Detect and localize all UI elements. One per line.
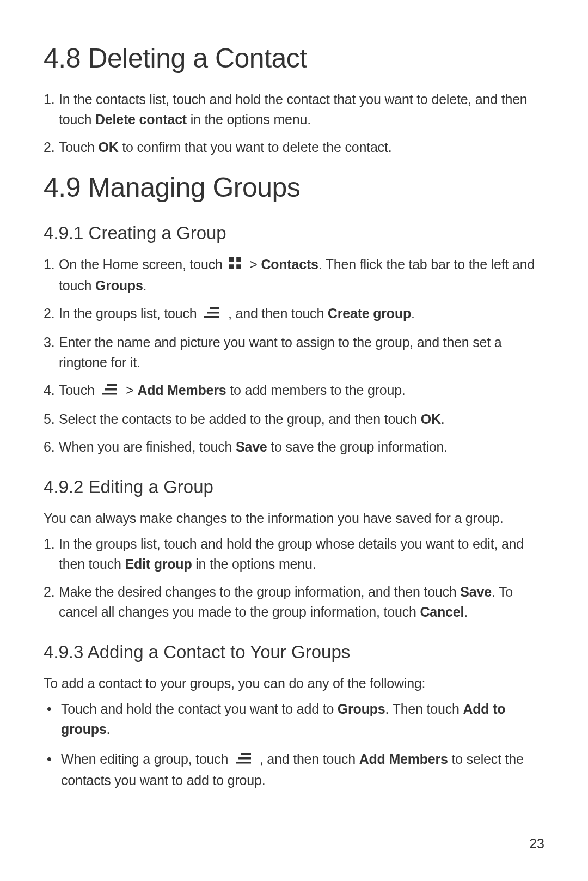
section-heading-4-9: 4.9 Managing Groups <box>44 172 544 203</box>
list-item-body: When editing a group, touch , and then t… <box>61 749 544 791</box>
list-item: 1.In the contacts list, touch and hold t… <box>44 89 544 130</box>
bold-term: Save <box>460 584 492 599</box>
text-run: . <box>441 411 445 427</box>
text-run: . <box>107 721 111 737</box>
list-4-8: 1.In the contacts list, touch and hold t… <box>44 89 544 157</box>
list-number: 1. <box>44 89 54 110</box>
text-run: In the groups list, touch <box>59 306 200 321</box>
bold-term: Add Members <box>137 382 226 398</box>
bold-term: Edit group <box>125 556 192 572</box>
text-run: , and then touch <box>224 306 328 321</box>
text-run: to save the group information. <box>267 439 448 454</box>
text-run: Enter the name and picture you want to a… <box>59 335 502 370</box>
list-number: 2. <box>44 582 54 602</box>
list-number: 1. <box>44 534 54 554</box>
text-run: . <box>464 604 468 619</box>
list-item: 1.On the Home screen, touch > Contacts. … <box>44 254 544 296</box>
list-item-body: Make the desired changes to the group in… <box>59 582 544 622</box>
menu-icon <box>204 303 220 324</box>
intro-4-9-2: You can always make changes to the infor… <box>44 508 544 528</box>
list-item: 5.Select the contacts to be added to the… <box>44 409 544 429</box>
apps-icon <box>229 254 241 275</box>
list-item-body: Touch > Add Members to add members to th… <box>59 380 544 402</box>
bold-term: Contacts <box>261 257 318 272</box>
text-run: , and then touch <box>256 751 359 767</box>
bold-term: Add Members <box>359 751 448 767</box>
list-item: Touch and hold the contact you want to a… <box>44 699 544 739</box>
intro-4-9-3: To add a contact to your groups, you can… <box>44 673 544 694</box>
list-4-9-1: 1.On the Home screen, touch > Contacts. … <box>44 254 544 457</box>
bold-term: OK <box>421 411 441 427</box>
list-number: 5. <box>44 409 54 429</box>
bold-term: Delete contact <box>95 112 187 127</box>
subsection-heading-4-9-1: 4.9.1 Creating a Group <box>44 223 544 244</box>
text-run: On the Home screen, touch <box>59 257 226 272</box>
bullets-4-9-3: Touch and hold the contact you want to a… <box>44 699 544 791</box>
menu-icon <box>101 380 118 400</box>
bold-term: Cancel <box>420 604 464 619</box>
bold-term: Groups <box>95 278 143 293</box>
list-number: 6. <box>44 437 54 457</box>
list-item-body: Touch and hold the contact you want to a… <box>61 699 544 739</box>
text-run: > <box>122 382 137 398</box>
list-item: 4.Touch > Add Members to add members to … <box>44 380 544 402</box>
text-run: Touch <box>59 382 98 398</box>
subsection-heading-4-9-2: 4.9.2 Editing a Group <box>44 477 544 497</box>
list-item-body: Touch OK to confirm that you want to del… <box>59 137 544 157</box>
text-run: to add members to the group. <box>226 382 405 398</box>
bold-term: Save <box>236 439 267 454</box>
list-item-body: In the contacts list, touch and hold the… <box>59 89 544 130</box>
bold-term: OK <box>98 139 118 155</box>
list-item: 2.Touch OK to confirm that you want to d… <box>44 137 544 157</box>
list-item: 2.Make the desired changes to the group … <box>44 582 544 622</box>
section-heading-4-8: 4.8 Deleting a Contact <box>44 42 544 74</box>
text-run: Select the contacts to be added to the g… <box>59 411 421 427</box>
list-number: 3. <box>44 332 54 353</box>
list-number: 1. <box>44 254 54 275</box>
list-number: 2. <box>44 303 54 324</box>
list-number: 2. <box>44 137 54 157</box>
text-run: When editing a group, touch <box>61 751 232 767</box>
text-run: Touch <box>59 139 98 155</box>
text-run: . <box>411 306 415 321</box>
text-run: Touch and hold the contact you want to a… <box>61 701 338 716</box>
text-run: in the options menu. <box>187 112 311 127</box>
list-4-9-2: 1.In the groups list, touch and hold the… <box>44 534 544 622</box>
bold-term: Create group <box>328 306 411 321</box>
bold-term: Groups <box>338 701 385 716</box>
list-item: 1.In the groups list, touch and hold the… <box>44 534 544 574</box>
text-run: to confirm that you want to delete the c… <box>119 139 392 155</box>
list-item-body: On the Home screen, touch > Contacts. Th… <box>59 254 544 296</box>
subsection-heading-4-9-3: 4.9.3 Adding a Contact to Your Groups <box>44 642 544 663</box>
page-number: 23 <box>529 836 544 852</box>
list-item-body: In the groups list, touch , and then tou… <box>59 303 544 325</box>
list-item: 2.In the groups list, touch , and then t… <box>44 303 544 325</box>
text-run: When you are finished, touch <box>59 439 236 454</box>
text-run: Make the desired changes to the group in… <box>59 584 460 599</box>
list-item: 6.When you are finished, touch Save to s… <box>44 437 544 457</box>
menu-icon <box>235 749 252 769</box>
list-item-body: When you are finished, touch Save to sav… <box>59 437 544 457</box>
list-item: 3.Enter the name and picture you want to… <box>44 332 544 373</box>
list-item-body: Select the contacts to be added to the g… <box>59 409 544 429</box>
list-item: When editing a group, touch , and then t… <box>44 749 544 791</box>
text-run: . <box>143 278 147 293</box>
list-number: 4. <box>44 380 54 400</box>
text-run: . Then touch <box>385 701 463 716</box>
list-item-body: Enter the name and picture you want to a… <box>59 332 544 373</box>
list-item-body: In the groups list, touch and hold the g… <box>59 534 544 574</box>
text-run: in the options menu. <box>192 556 316 572</box>
text-run: > <box>246 257 261 272</box>
